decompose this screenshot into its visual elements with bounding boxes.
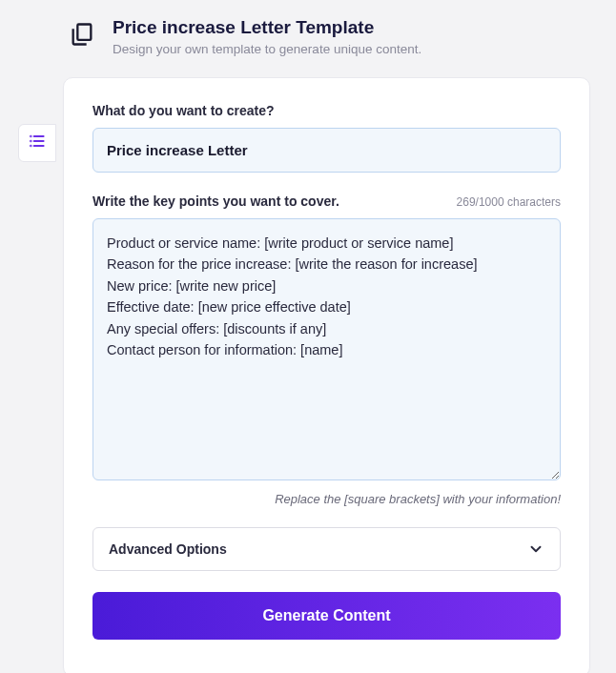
list-icon	[28, 132, 47, 154]
sidebar-toggle[interactable]	[18, 124, 56, 162]
keypoints-label: Write the key points you want to cover.	[92, 194, 339, 209]
char-counter: 269/1000 characters	[457, 195, 561, 209]
chevron-down-icon	[527, 540, 544, 558]
form-card: What do you want to create? Write the ke…	[63, 77, 590, 673]
advanced-options-label: Advanced Options	[109, 541, 227, 557]
create-input[interactable]	[92, 128, 561, 173]
svg-point-1	[31, 136, 31, 137]
page-header: Price increase Letter Template Design yo…	[0, 0, 616, 56]
create-label: What do you want to create?	[92, 103, 561, 118]
page-title: Price increase Letter Template	[113, 17, 421, 38]
hint-text: Replace the [square brackets] with your …	[92, 492, 561, 506]
svg-point-5	[31, 146, 31, 147]
advanced-options-toggle[interactable]: Advanced Options	[92, 527, 561, 571]
page-subtitle: Design your own template to generate uni…	[113, 42, 421, 56]
copy-icon	[69, 21, 95, 48]
svg-point-3	[31, 141, 31, 142]
keypoints-textarea[interactable]	[92, 218, 561, 480]
svg-rect-0	[77, 25, 91, 40]
generate-button[interactable]: Generate Content	[92, 592, 561, 640]
